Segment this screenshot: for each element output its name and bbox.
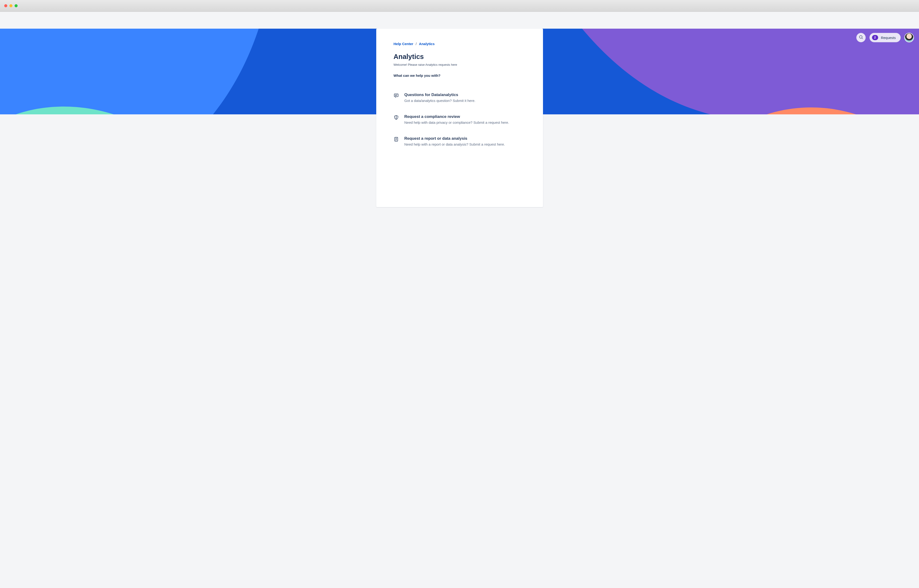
chat-icon (394, 93, 399, 98)
request-option-questions[interactable]: Questions for Data/analytics Got a data/… (394, 89, 526, 107)
breadcrumb-separator: / (416, 42, 417, 46)
breadcrumb-current-link[interactable]: Analytics (419, 42, 435, 46)
requests-label: Requests (881, 36, 896, 40)
svg-rect-3 (394, 94, 398, 97)
request-option-desc: Need help with data privacy or complianc… (404, 121, 509, 124)
document-icon (394, 137, 399, 142)
window-zoom-button[interactable] (15, 4, 18, 7)
search-icon (859, 35, 863, 40)
page-subtitle: Welcome! Please raise Analytics requests… (394, 63, 526, 66)
shield-icon (394, 115, 399, 120)
request-option-title: Request a report or data analysis (404, 136, 505, 141)
window-titlebar (0, 0, 919, 12)
request-option-compliance[interactable]: Request a compliance review Need help wi… (394, 111, 526, 129)
window-close-button[interactable] (4, 4, 7, 7)
request-option-title: Questions for Data/analytics (404, 92, 476, 97)
breadcrumb-root-link[interactable]: Help Center (394, 42, 413, 46)
svg-line-2 (862, 38, 863, 39)
page-title: Analytics (394, 53, 526, 61)
search-button[interactable] (856, 33, 866, 42)
help-prompt: What can we help you with? (394, 74, 526, 78)
svg-point-1 (859, 36, 862, 38)
avatar[interactable] (904, 33, 914, 42)
window-minimize-button[interactable] (10, 4, 13, 7)
request-option-title: Request a compliance review (404, 115, 509, 119)
request-option-desc: Need help with a report or data analysis… (404, 142, 505, 146)
breadcrumb: Help Center / Analytics (394, 42, 526, 46)
request-option-report[interactable]: Request a report or data analysis Need h… (394, 133, 526, 150)
requests-count-badge: 2 (872, 35, 878, 40)
requests-button[interactable]: 2 Requests (869, 33, 901, 42)
request-option-desc: Got a data/analytics question? Submit it… (404, 99, 476, 103)
main-card: Help Center / Analytics Analytics Welcom… (376, 29, 543, 207)
